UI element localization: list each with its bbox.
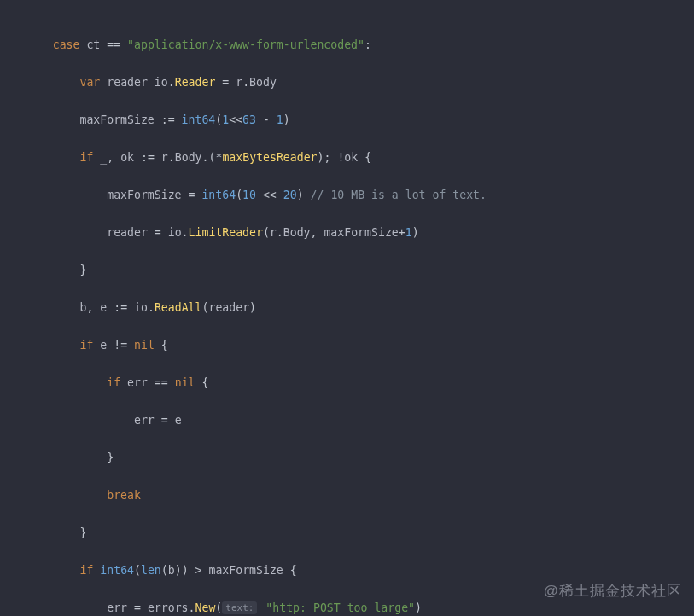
code-line: }	[19, 261, 694, 280]
code-line: case ct == "application/x-www-form-urlen…	[19, 36, 694, 55]
code-line: }	[19, 449, 694, 468]
code-line: err = e	[19, 411, 694, 430]
code-line: b, e := io.ReadAll(reader)	[19, 299, 694, 317]
code-line: maxFormSize := int64(1<<63 - 1)	[19, 111, 694, 130]
code-line: }	[19, 524, 694, 543]
code-line: if int64(len(b)) > maxFormSize {	[19, 561, 694, 580]
code-line: maxFormSize = int64(10 << 20) // 10 MB i…	[19, 186, 694, 205]
code-block: case ct == "application/x-www-form-urlen…	[0, 0, 694, 616]
code-line: break	[19, 486, 694, 505]
code-line: err = errors.New(text: "http: POST too l…	[19, 599, 694, 616]
code-line: var reader io.Reader = r.Body	[19, 73, 694, 92]
code-line: reader = io.LimitReader(r.Body, maxFormS…	[19, 224, 694, 242]
param-hint: text:	[222, 601, 257, 614]
code-editor[interactable]: case ct == "application/x-www-form-urlen…	[0, 0, 694, 616]
code-line: if err == nil {	[19, 374, 694, 392]
code-line: if e != nil {	[19, 336, 694, 355]
code-line: if _, ok := r.Body.(*maxBytesReader); !o…	[19, 148, 694, 167]
